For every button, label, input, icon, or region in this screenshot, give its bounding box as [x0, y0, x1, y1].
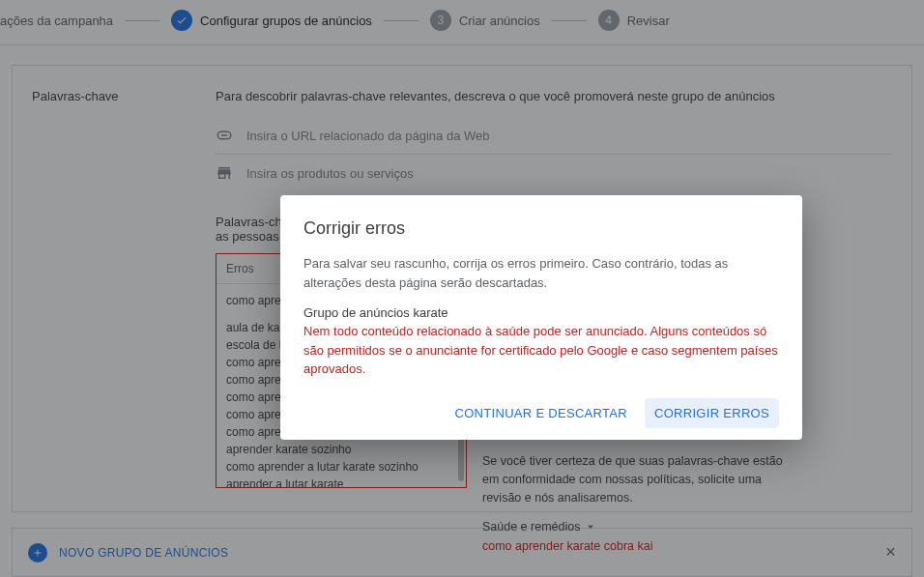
dialog-actions: CONTINUAR E DESCARTAR CORRIGIR ERROS	[303, 398, 779, 428]
dialog-title: Corrigir erros	[303, 218, 779, 239]
fix-errors-dialog: Corrigir erros Para salvar seu rascunho,…	[280, 195, 802, 440]
dialog-error-message: Nem todo conteúdo relacionado à saúde po…	[303, 322, 779, 379]
fix-errors-button[interactable]: CORRIGIR ERROS	[645, 398, 779, 428]
continue-discard-button[interactable]: CONTINUAR E DESCARTAR	[446, 398, 637, 428]
dialog-body: Para salvar seu rascunho, corrija os err…	[303, 254, 779, 292]
dialog-group-name: Grupo de anúncios karate	[303, 305, 779, 320]
